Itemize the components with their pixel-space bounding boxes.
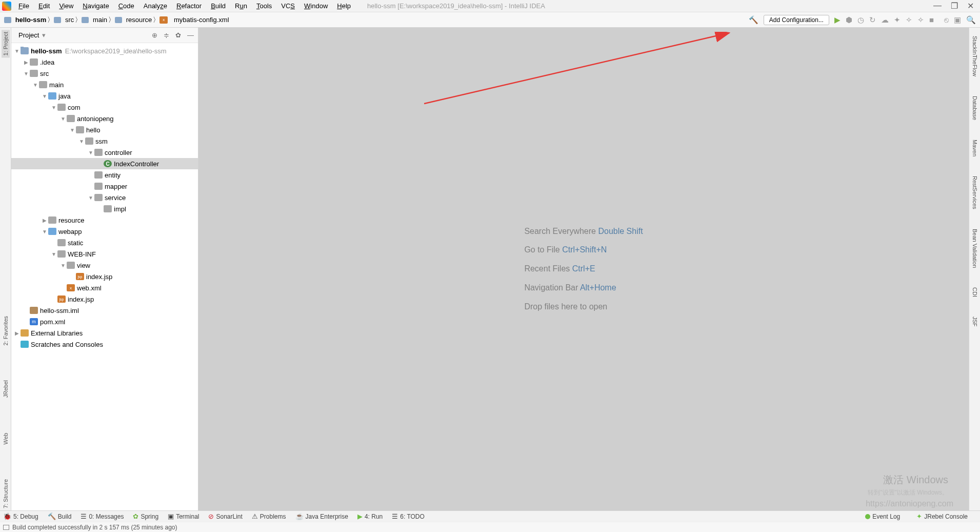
project-header: Project ▾ ⊕ ≑ ✿ — — [11, 28, 198, 43]
locate-icon[interactable]: ⊕ — [152, 31, 157, 39]
menu-code[interactable]: Code — [114, 1, 138, 11]
add-configuration-button[interactable]: Add Configuration... — [764, 15, 829, 25]
tree-src[interactable]: ▼src — [11, 68, 198, 79]
tree-entity[interactable]: entity — [11, 169, 198, 181]
crumb-main[interactable]: main — [82, 16, 107, 24]
tree-mapper[interactable]: mapper — [11, 181, 198, 192]
hide-icon[interactable]: — — [187, 31, 194, 39]
menu-edit[interactable]: Edit — [34, 1, 54, 11]
tree-java[interactable]: ▼java — [11, 90, 198, 102]
tree-webinf[interactable]: ▼WEB-INF — [11, 248, 198, 260]
footer-javaent[interactable]: ☕Java Enterprise — [295, 513, 348, 520]
menu-navigate[interactable]: Navigate — [78, 1, 113, 11]
jrebel-run-icon[interactable]: ✦ — [894, 15, 901, 25]
left-tab-jrebel[interactable]: JRebel — [2, 378, 10, 400]
footer-jrebel[interactable]: ✦JRebel Console — [916, 513, 968, 520]
footer-build[interactable]: 🔨Build — [48, 513, 72, 520]
event-log-dot-icon — [865, 514, 870, 519]
project-title[interactable]: Project — [18, 31, 39, 39]
tree-resource[interactable]: ▶resource — [11, 214, 198, 226]
right-tab-maven[interactable]: Maven — [971, 137, 979, 159]
right-tab-jsf[interactable]: JSF — [971, 314, 979, 329]
build-icon[interactable]: 🔨 — [749, 15, 758, 25]
footer-run[interactable]: ▶4: Run — [357, 513, 383, 520]
menu-vcs[interactable]: VCS — [277, 1, 299, 11]
settings-icon[interactable]: ✿ — [175, 31, 181, 39]
bottom-tool-stripe: 🐞5: Debug 🔨Build ☰0: Messages ✿Spring ▣T… — [0, 510, 980, 522]
close-button[interactable]: ✕ — [967, 1, 974, 11]
tree-service[interactable]: ▼service — [11, 192, 198, 203]
menu-refactor[interactable]: Refactor — [172, 1, 206, 11]
tree-indexjsp[interactable]: jspindex.jsp — [11, 271, 198, 282]
tree-impl[interactable]: impl — [11, 203, 198, 214]
status-panel-icon[interactable] — [3, 525, 9, 530]
tree-hello[interactable]: ▼hello — [11, 124, 198, 135]
footer-messages[interactable]: ☰0: Messages — [81, 513, 124, 520]
tree-view[interactable]: ▼view — [11, 260, 198, 271]
stop-icon[interactable]: ■ — [929, 15, 934, 24]
right-tab-database[interactable]: Database — [971, 94, 979, 122]
expand-icon[interactable]: ≑ — [164, 31, 169, 39]
tree-extlib[interactable]: ▶External Libraries — [11, 327, 198, 339]
minimize-button[interactable]: — — [933, 1, 942, 11]
main-area: 1: Project 2: Favorites JRebel Web 7: St… — [0, 28, 980, 510]
tree-antoniopeng[interactable]: ▼antoniopeng — [11, 113, 198, 124]
crumb-file[interactable]: x mybatis-config.xml — [159, 16, 229, 24]
coverage-icon[interactable]: ◷ — [857, 15, 864, 25]
footer-todo[interactable]: ☰6: TODO — [392, 513, 425, 520]
tree-indexcontroller[interactable]: CIndexController — [11, 158, 198, 169]
tree-webxml[interactable]: xweb.xml — [11, 282, 198, 293]
git-icon[interactable]: ⎋ — [944, 15, 949, 24]
debug-icon[interactable]: ⬢ — [846, 15, 852, 25]
right-tab-beanvalidation[interactable]: Bean Validation — [971, 227, 979, 270]
menu-file[interactable]: File — [14, 1, 33, 11]
tree-root[interactable]: ▼hello-ssmE:\workspace2019_idea\hello-ss… — [11, 45, 198, 56]
tree-webapp[interactable]: ▼webapp — [11, 226, 198, 237]
tree-idea[interactable]: ▶.idea — [11, 56, 198, 68]
jrebel-debug-icon[interactable]: ✧ — [906, 15, 912, 25]
tree-ssm[interactable]: ▼ssm — [11, 135, 198, 147]
right-tab-restservices[interactable]: RestServices — [971, 174, 979, 211]
right-tab-stackintheflow[interactable]: StackInTheFlow — [971, 34, 979, 78]
left-tab-web[interactable]: Web — [2, 431, 10, 446]
footer-terminal[interactable]: ▣Terminal — [168, 513, 199, 520]
right-tab-cdi[interactable]: CDI — [971, 285, 979, 299]
window-title: hello-ssm [E:\workspace2019_idea\hello-s… — [367, 2, 545, 10]
attach-icon[interactable]: ☁ — [881, 15, 889, 25]
crumb-project[interactable]: hello-ssm — [4, 16, 46, 24]
menu-window[interactable]: Window — [300, 1, 332, 11]
tree-main[interactable]: ▼main — [11, 79, 198, 90]
menu-view[interactable]: View — [55, 1, 77, 11]
left-tab-favorites[interactable]: 2: Favorites — [2, 314, 10, 347]
footer-sonar[interactable]: ⊘SonarLint — [208, 513, 242, 520]
maximize-button[interactable]: ❐ — [951, 1, 958, 11]
tree-indexjsp2[interactable]: jspindex.jsp — [11, 293, 198, 305]
footer-debug[interactable]: 🐞5: Debug — [3, 513, 38, 520]
left-tab-structure[interactable]: 7: Structure — [2, 477, 10, 510]
tree-pom[interactable]: mpom.xml — [11, 316, 198, 327]
editor-area[interactable]: Search Everywhere Double Shift Go to Fil… — [198, 28, 969, 510]
footer-spring[interactable]: ✿Spring — [133, 513, 158, 520]
tree-iml[interactable]: hello-ssm.iml — [11, 305, 198, 316]
crumb-src[interactable]: src — [54, 16, 74, 24]
search-icon[interactable]: 🔍 — [966, 15, 976, 25]
dropdown-icon[interactable]: ▾ — [42, 31, 46, 39]
menu-tools[interactable]: Tools — [252, 1, 276, 11]
footer-eventlog[interactable]: Event Log — [865, 513, 900, 520]
footer-problems[interactable]: ⚠Problems — [252, 513, 286, 520]
tree-controller[interactable]: ▼controller — [11, 147, 198, 158]
project-tree[interactable]: ▼hello-ssmE:\workspace2019_idea\hello-ss… — [11, 43, 198, 510]
tree-com[interactable]: ▼com — [11, 102, 198, 113]
tree-static[interactable]: static — [11, 237, 198, 248]
crumb-resource[interactable]: resource — [115, 16, 152, 24]
menu-run[interactable]: Run — [231, 1, 251, 11]
layout-icon[interactable]: ▣ — [954, 15, 961, 25]
jrebel-stop-icon[interactable]: ✧ — [917, 15, 924, 25]
left-tab-project[interactable]: 1: Project — [2, 30, 10, 57]
menu-build[interactable]: Build — [207, 1, 230, 11]
menu-analyze[interactable]: Analyze — [139, 1, 171, 11]
profiler-icon[interactable]: ↻ — [869, 15, 876, 25]
run-icon[interactable]: ▶ — [834, 15, 841, 25]
menu-help[interactable]: Help — [333, 1, 355, 11]
tree-scratch[interactable]: Scratches and Consoles — [11, 339, 198, 350]
